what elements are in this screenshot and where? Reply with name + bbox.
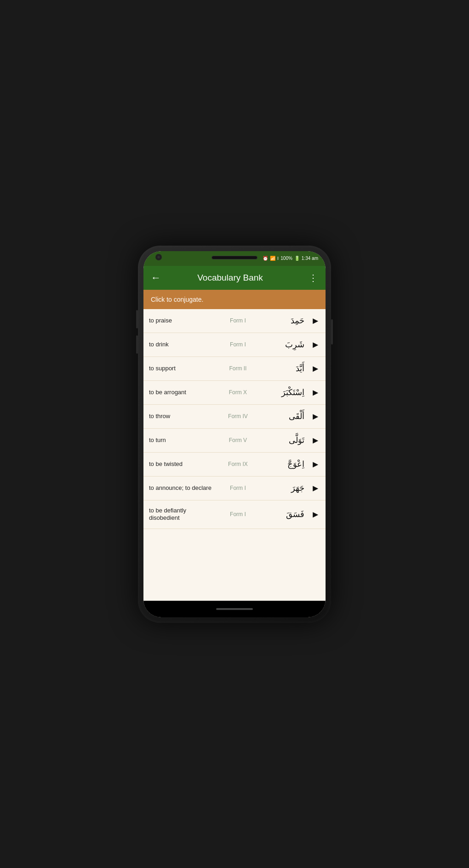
table-row[interactable]: to throw Form IV أَلْقَى ► bbox=[143, 405, 326, 429]
vocab-form-8: Form I bbox=[214, 511, 262, 517]
vocab-english-4: to throw bbox=[149, 413, 214, 420]
vocab-form-7: Form I bbox=[214, 485, 262, 491]
phone-frame: ⏰ 📶 Ⅰ 100% 🔋 1:34 am ← Vocabulary Bank ⋮… bbox=[138, 246, 331, 623]
table-row[interactable]: to announce; to declare Form I جَهَرَ ► bbox=[143, 477, 326, 500]
overflow-menu-button[interactable]: ⋮ bbox=[309, 272, 318, 283]
table-row[interactable]: to be defiantly disobedient Form I فَسَق… bbox=[143, 500, 326, 529]
app-title: Vocabulary Bank bbox=[166, 273, 294, 283]
table-row[interactable]: to drink Form I شَرِبَ ► bbox=[143, 333, 326, 357]
vocab-english-0: to praise bbox=[149, 317, 214, 325]
battery-icon: 🔋 bbox=[294, 256, 300, 261]
vocab-english-5: to turn bbox=[149, 437, 214, 444]
conjugate-hint: Click to conjugate. bbox=[151, 296, 203, 303]
chevron-right-icon: ► bbox=[307, 387, 320, 398]
vocab-form-0: Form I bbox=[214, 317, 262, 324]
clock: 1:34 am bbox=[302, 256, 318, 261]
vocab-arabic-2: أَيَّدَ bbox=[262, 363, 307, 374]
status-icons: ⏰ 📶 Ⅰ 100% 🔋 1:34 am bbox=[263, 256, 318, 261]
vocab-english-8: to be defiantly disobedient bbox=[149, 507, 214, 523]
chevron-right-icon: ► bbox=[307, 316, 320, 326]
volume-down-button[interactable] bbox=[136, 335, 138, 354]
vocab-arabic-6: اِعْوَجَّ bbox=[262, 459, 307, 469]
table-row[interactable]: to praise Form I حَمِدَ ► bbox=[143, 309, 326, 333]
vocab-arabic-1: شَرِبَ bbox=[262, 339, 307, 350]
table-row[interactable]: to support Form II أَيَّدَ ► bbox=[143, 357, 326, 381]
table-row[interactable]: to be twisted Form IX اِعْوَجَّ ► bbox=[143, 453, 326, 477]
app-screen: ⏰ 📶 Ⅰ 100% 🔋 1:34 am ← Vocabulary Bank ⋮… bbox=[143, 251, 326, 617]
table-row[interactable]: to be arrogant Form X اِسْتَكْبَرَ ► bbox=[143, 381, 326, 405]
chevron-right-icon: ► bbox=[307, 483, 320, 494]
vocab-arabic-0: حَمِدَ bbox=[262, 316, 307, 326]
vocab-list: to praise Form I حَمِدَ ► to drink Form … bbox=[143, 309, 326, 601]
vocab-form-4: Form IV bbox=[214, 413, 262, 420]
chevron-right-icon: ► bbox=[307, 411, 320, 422]
vocab-english-7: to announce; to declare bbox=[149, 484, 214, 492]
vocab-english-3: to be arrogant bbox=[149, 389, 214, 397]
wifi-icon: 📶 bbox=[270, 256, 275, 261]
vocab-english-1: to drink bbox=[149, 341, 214, 349]
alarm-icon: ⏰ bbox=[263, 256, 268, 261]
vocab-arabic-8: فَسَقَ bbox=[262, 509, 307, 519]
vocab-form-6: Form IX bbox=[214, 461, 262, 467]
chevron-right-icon: ► bbox=[307, 459, 320, 470]
camera bbox=[155, 254, 162, 260]
vocab-arabic-5: تَوَلَّى bbox=[262, 435, 307, 445]
phone-screen: ⏰ 📶 Ⅰ 100% 🔋 1:34 am ← Vocabulary Bank ⋮… bbox=[143, 251, 326, 617]
vocab-arabic-4: أَلْقَى bbox=[262, 411, 307, 421]
vocab-form-1: Form I bbox=[214, 341, 262, 348]
back-button[interactable]: ← bbox=[151, 272, 161, 284]
chevron-right-icon: ► bbox=[307, 509, 320, 520]
chevron-right-icon: ► bbox=[307, 363, 320, 374]
battery-percent: 100% bbox=[280, 256, 292, 261]
vocab-english-2: to support bbox=[149, 365, 214, 373]
volume-up-button[interactable] bbox=[136, 310, 138, 328]
bottom-bar bbox=[143, 601, 326, 617]
chevron-right-icon: ► bbox=[307, 339, 320, 350]
subtitle-bar: Click to conjugate. bbox=[143, 290, 326, 309]
vocab-form-5: Form V bbox=[214, 437, 262, 443]
vocab-english-6: to be twisted bbox=[149, 460, 214, 468]
vocab-arabic-3: اِسْتَكْبَرَ bbox=[262, 387, 307, 397]
vocab-arabic-7: جَهَرَ bbox=[262, 483, 307, 493]
table-row[interactable]: to turn Form V تَوَلَّى ► bbox=[143, 429, 326, 453]
chevron-right-icon: ► bbox=[307, 435, 320, 446]
vocab-form-3: Form X bbox=[214, 389, 262, 396]
signal-icon: Ⅰ bbox=[277, 256, 279, 261]
home-indicator bbox=[216, 608, 253, 610]
vocab-form-2: Form II bbox=[214, 365, 262, 372]
speaker bbox=[212, 256, 257, 259]
power-button[interactable] bbox=[331, 319, 333, 345]
app-bar: ← Vocabulary Bank ⋮ bbox=[143, 266, 326, 290]
